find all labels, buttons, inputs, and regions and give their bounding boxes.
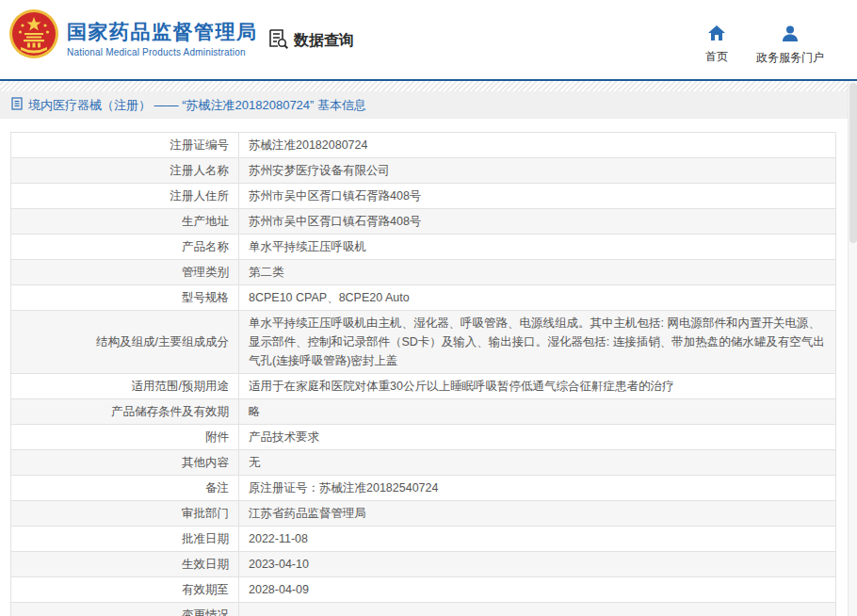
home-icon: [708, 25, 725, 44]
nav-item-gov-portal[interactable]: 政务服务门户: [756, 25, 824, 66]
table-row: 有效期至2028-04-09: [11, 577, 836, 603]
row-label: 管理类别: [11, 260, 239, 285]
table-row: 其他内容无: [11, 450, 836, 476]
logo-text: 国家药品监督管理局 National Medical Products Admi…: [67, 20, 258, 57]
table-row: 型号规格8CPE10 CPAP、8CPE20 Auto: [11, 285, 836, 311]
row-label: 生效日期: [11, 552, 239, 577]
table-row: 注册人名称苏州安梦医疗设备有限公司: [11, 158, 836, 184]
registration-info-table: 注册证编号苏械注准20182080724 注册人名称苏州安梦医疗设备有限公司 注…: [10, 132, 836, 616]
row-value: 单水平持续正压呼吸机: [239, 235, 836, 260]
national-emblem-icon: [8, 8, 59, 59]
document-search-icon: [267, 27, 289, 54]
table-row: 生效日期2023-04-10: [11, 552, 836, 577]
data-query-section[interactable]: 数据查询: [267, 27, 354, 54]
page-header: 国家药品监督管理局 National Medical Products Admi…: [0, 0, 857, 79]
scrollbar[interactable]: [848, 81, 857, 616]
table-row: 产品名称单水平持续正压呼吸机: [11, 235, 836, 260]
row-value: 无: [239, 450, 836, 476]
row-value: [239, 603, 836, 616]
nav-item-label: 政务服务门户: [756, 50, 824, 66]
hatch-band: [0, 81, 857, 91]
row-label: 适用范围/预期用途: [11, 374, 239, 399]
row-label: 变更情况: [11, 603, 239, 616]
breadcrumb: 境内医疗器械（注册） —— “苏械注准20182080724” 基本信息: [0, 91, 857, 119]
row-value: 苏州市吴中区胥口镇石胥路408号: [239, 184, 836, 209]
row-label: 批准日期: [11, 527, 239, 552]
row-value: 苏械注准20182080724: [239, 133, 836, 158]
row-label: 备注: [11, 476, 239, 501]
table-row: 结构及组成/主要组成成分单水平持续正压呼吸机由主机、湿化器、呼吸管路、电源线组成…: [11, 311, 836, 374]
row-value: 原注册证号：苏械注准20182540724: [239, 476, 836, 501]
user-icon: [782, 25, 799, 45]
row-label: 产品储存条件及有效期: [11, 399, 239, 425]
row-label: 产品名称: [11, 235, 239, 260]
row-value: 江苏省药品监督管理局: [239, 501, 836, 527]
table-row: 附件产品技术要求: [11, 425, 836, 450]
row-value: 2023-04-10: [239, 552, 836, 577]
header-nav: 首页 政务服务门户: [705, 25, 824, 66]
table-row: 生产地址苏州市吴中区胥口镇石胥路408号: [11, 209, 836, 235]
row-value: 略: [239, 399, 836, 425]
document-icon: [11, 97, 23, 114]
row-label: 审批部门: [11, 501, 239, 527]
main-content: 注册证编号苏械注准20182080724 注册人名称苏州安梦医疗设备有限公司 注…: [0, 119, 857, 616]
row-value: 苏州安梦医疗设备有限公司: [239, 158, 836, 184]
row-value: 2028-04-09: [239, 577, 836, 603]
row-label: 有效期至: [11, 577, 239, 603]
table-row: 变更情况: [11, 603, 836, 616]
row-label: 其他内容: [11, 450, 239, 476]
row-label: 注册证编号: [11, 133, 239, 158]
row-label: 注册人名称: [11, 158, 239, 184]
table-row: 管理类别第二类: [11, 260, 836, 285]
nav-item-home[interactable]: 首页: [705, 25, 728, 66]
data-query-label: 数据查询: [294, 31, 354, 51]
row-value: 适用于在家庭和医院对体重30公斤以上睡眠呼吸暂停低通气综合征鼾症患者的治疗: [239, 374, 836, 399]
row-value: 第二类: [239, 260, 836, 285]
row-value: 8CPE10 CPAP、8CPE20 Auto: [239, 285, 836, 311]
table-row: 注册人住所苏州市吴中区胥口镇石胥路408号: [11, 184, 836, 209]
row-value: 2022-11-08: [239, 527, 836, 552]
row-label: 结构及组成/主要组成成分: [11, 311, 239, 374]
row-label: 附件: [11, 425, 239, 450]
site-subtitle: National Medical Products Administration: [67, 47, 258, 57]
breadcrumb-text: 境内医疗器械（注册） —— “苏械注准20182080724” 基本信息: [28, 97, 366, 114]
scrollbar-thumb[interactable]: [849, 83, 857, 243]
site-title: 国家药品监督管理局: [67, 20, 258, 43]
table-row: 产品储存条件及有效期略: [11, 399, 836, 425]
row-label: 注册人住所: [11, 184, 239, 209]
table-row: 审批部门江苏省药品监督管理局: [11, 501, 836, 527]
row-label: 型号规格: [11, 285, 239, 311]
row-value: 苏州市吴中区胥口镇石胥路408号: [239, 209, 836, 235]
row-label: 生产地址: [11, 209, 239, 235]
row-value: 单水平持续正压呼吸机由主机、湿化器、呼吸管路、电源线组成。其中主机包括: 网电源…: [239, 311, 836, 374]
table-row: 注册证编号苏械注准20182080724: [11, 133, 836, 158]
row-value: 产品技术要求: [239, 425, 836, 450]
table-row: 批准日期2022-11-08: [11, 527, 836, 552]
table-row: 适用范围/预期用途适用于在家庭和医院对体重30公斤以上睡眠呼吸暂停低通气综合征鼾…: [11, 374, 836, 399]
nav-item-label: 首页: [705, 49, 728, 65]
table-row: 备注原注册证号：苏械注准20182540724: [11, 476, 836, 501]
